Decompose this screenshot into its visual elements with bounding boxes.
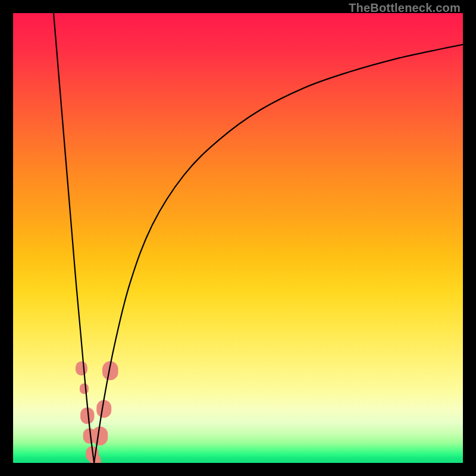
bottleneck-curve-right — [94, 45, 463, 463]
watermark-text: TheBottleneck.com — [349, 1, 461, 15]
highlight-point — [76, 361, 87, 375]
bottleneck-curve-left — [54, 13, 94, 463]
curve-layer — [13, 13, 463, 463]
highlight-point — [80, 383, 89, 394]
highlight-point — [92, 427, 108, 446]
chart-frame — [13, 13, 463, 463]
plot-area — [13, 13, 463, 463]
